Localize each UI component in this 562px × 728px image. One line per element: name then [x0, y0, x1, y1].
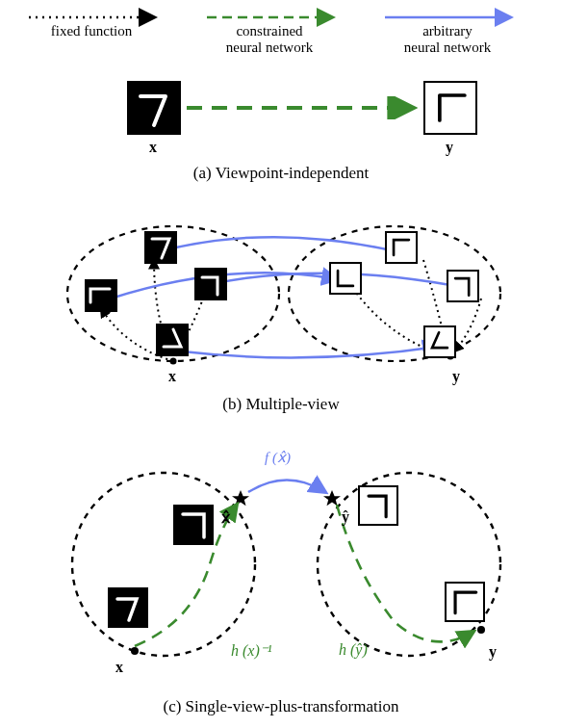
- panel-c-hinv-label: h (x)⁻¹: [231, 641, 272, 660]
- panel-c-h-label: h (ŷ): [339, 641, 368, 659]
- panel-c-svg: [38, 439, 529, 680]
- panel-b-right-thumb-3: [447, 270, 479, 302]
- panel-c-caption: (c) Single-view-plus-transformation: [0, 697, 562, 716]
- panel-c-xhat-label: x̂: [221, 508, 230, 527]
- panel-b-left-thumb-1: [85, 279, 117, 312]
- panel-c-f-label: f (x̂): [265, 449, 291, 466]
- panel-a-arrow: [181, 96, 423, 119]
- panel-c-yhat-thumb: [358, 485, 398, 526]
- legend-arbitrary-l2: neural network: [404, 39, 491, 55]
- legend-constrained-l1: constrained: [236, 23, 302, 39]
- svg-point-6: [170, 358, 177, 365]
- svg-point-8: [72, 473, 255, 656]
- panel-a-caption: (a) Viewpoint-independent: [0, 164, 562, 183]
- panel-c-xhat-thumb: [173, 505, 214, 545]
- legend-fixed-label: fixed function: [29, 23, 154, 39]
- panel-b-right-thumb-2: [385, 231, 418, 264]
- panel-b-caption: (b) Multiple-view: [0, 395, 562, 414]
- panel-b-x-label: x: [168, 368, 176, 385]
- figure: fixed function constrained neural networ…: [0, 0, 562, 728]
- legend-constrained-label: constrained neural network: [207, 23, 332, 55]
- panel-b-right-thumb-4: [423, 325, 456, 358]
- panel-b-left-thumb-4: [156, 324, 189, 356]
- panel-c-x-thumb: [108, 587, 148, 628]
- panel-c-y-thumb: [445, 582, 485, 622]
- panel-b-y-label: y: [452, 368, 460, 385]
- svg-point-9: [318, 473, 500, 656]
- panel-b-right-thumb-1: [329, 262, 362, 295]
- legend-constrained-l2: neural network: [226, 39, 313, 55]
- legend-arbitrary-l1: arbitrary: [422, 23, 473, 39]
- panel-b-left-thumb-3: [194, 268, 227, 300]
- panel-a-x-label: x: [149, 139, 157, 156]
- legend-arbitrary-label: arbitrary neural network: [385, 23, 510, 55]
- svg-point-10: [131, 647, 139, 655]
- panel-c-yhat-label: ŷ: [342, 508, 349, 526]
- panel-a-input-thumb: [127, 81, 181, 135]
- panel-a-output-thumb: [423, 81, 477, 135]
- panel-c-y-label: y: [489, 643, 497, 661]
- panel-a-y-label: y: [446, 139, 453, 156]
- svg-point-11: [477, 626, 485, 634]
- panel-b-left-thumb-2: [144, 231, 177, 264]
- panel-c-x-label: x: [115, 659, 123, 676]
